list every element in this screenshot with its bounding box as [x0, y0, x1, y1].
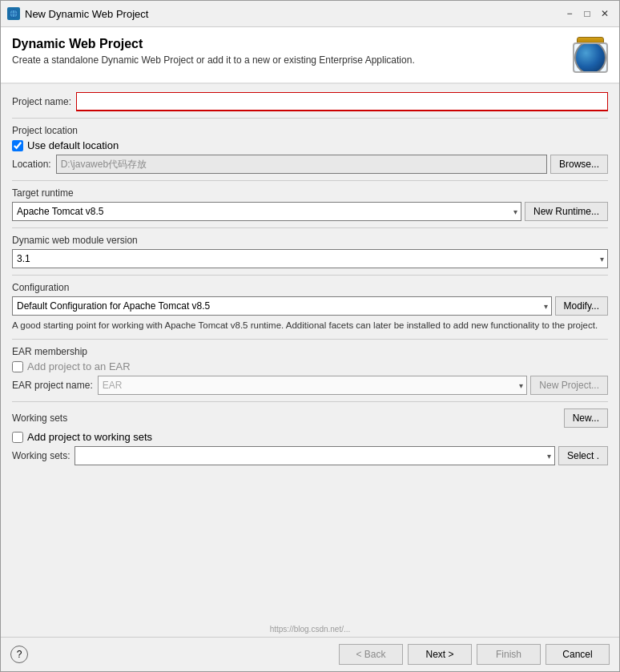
new-runtime-button[interactable]: New Runtime... — [525, 202, 608, 221]
module-version-group: Dynamic web module version 3.1 — [12, 235, 608, 268]
target-runtime-select-wrapper: Apache Tomcat v8.5 — [12, 202, 521, 221]
new-project-button[interactable]: New Project... — [530, 376, 608, 395]
globe-icon — [574, 42, 606, 73]
header-icon — [573, 37, 608, 73]
divider-6 — [12, 401, 608, 402]
header-section: Dynamic Web Project Create a standalone … — [1, 27, 619, 84]
add-to-ear-checkbox[interactable] — [12, 361, 23, 372]
project-location-group: Project location Use default location Lo… — [12, 125, 608, 174]
project-name-label: Project name: — [12, 96, 71, 107]
configuration-select[interactable]: Default Configuration for Apache Tomcat … — [12, 296, 552, 316]
target-runtime-row: Apache Tomcat v8.5 New Runtime... — [12, 202, 608, 221]
configuration-group: Configuration Default Configuration for … — [12, 282, 608, 332]
maximize-button[interactable]: □ — [579, 6, 595, 22]
location-label: Location: — [12, 159, 51, 170]
watermark: https://blog.csdn.net/... — [1, 623, 619, 637]
back-button[interactable]: < Back — [339, 644, 403, 665]
configuration-label: Configuration — [12, 282, 608, 293]
browse-button[interactable]: Browse... — [550, 155, 608, 174]
help-button[interactable]: ? — [10, 646, 28, 663]
ear-project-name-label: EAR project name: — [12, 380, 93, 391]
dialog-content: Dynamic Web Project Create a standalone … — [1, 27, 619, 671]
title-bar: New Dynamic Web Project − □ ✕ — [1, 1, 619, 27]
configuration-row: Default Configuration for Apache Tomcat … — [12, 296, 608, 316]
jar-body-icon — [573, 42, 608, 73]
location-input[interactable] — [56, 155, 547, 174]
add-to-working-sets-row: Add project to working sets — [12, 431, 608, 443]
project-name-input[interactable] — [76, 92, 608, 111]
use-default-location-row: Use default location — [12, 139, 608, 151]
configuration-description: A good starting point for working with A… — [12, 319, 608, 332]
working-sets-select-wrapper — [74, 446, 555, 465]
minimize-button[interactable]: − — [562, 6, 578, 22]
add-to-working-sets-checkbox[interactable] — [12, 432, 23, 443]
footer-left: ? — [10, 646, 28, 663]
new-working-set-button[interactable]: New... — [564, 408, 608, 428]
configuration-select-wrapper: Default Configuration for Apache Tomcat … — [12, 296, 552, 316]
dialog-description: Create a standalone Dynamic Web Project … — [12, 54, 415, 66]
form-area: Project name: Project location Use defau… — [1, 84, 619, 623]
header-text: Dynamic Web Project Create a standalone … — [12, 37, 415, 66]
working-sets-value-row: Working sets: Select . — [12, 446, 608, 465]
module-version-select-wrapper: 3.1 — [12, 249, 608, 268]
module-version-label: Dynamic web module version — [12, 235, 608, 246]
target-runtime-select[interactable]: Apache Tomcat v8.5 — [12, 202, 521, 221]
window-title: New Dynamic Web Project — [25, 8, 557, 20]
main-window: New Dynamic Web Project − □ ✕ Dynamic We… — [0, 0, 620, 672]
ear-membership-group: EAR membership Add project to an EAR EAR… — [12, 346, 608, 395]
use-default-location-checkbox[interactable] — [12, 140, 23, 151]
location-row: Location: Browse... — [12, 155, 608, 174]
divider-4 — [12, 275, 608, 276]
footer: ? < Back Next > Finish Cancel — [1, 637, 619, 671]
target-runtime-label: Target runtime — [12, 187, 608, 199]
project-location-label: Project location — [12, 125, 608, 136]
window-icon — [7, 7, 20, 20]
finish-button[interactable]: Finish — [477, 644, 541, 665]
cancel-button[interactable]: Cancel — [546, 644, 610, 665]
window-controls: − □ ✕ — [562, 6, 613, 22]
divider-1 — [12, 118, 608, 119]
working-sets-select[interactable] — [74, 446, 555, 465]
next-button[interactable]: Next > — [408, 644, 472, 665]
close-button[interactable]: ✕ — [597, 6, 613, 22]
add-to-ear-label: Add project to an EAR — [27, 360, 131, 372]
footer-buttons: < Back Next > Finish Cancel — [339, 644, 610, 665]
working-sets-group: Working sets New... Add project to worki… — [12, 408, 608, 465]
project-name-row: Project name: — [12, 92, 608, 111]
divider-5 — [12, 339, 608, 340]
select-working-set-button[interactable]: Select . — [558, 446, 608, 465]
ear-project-select[interactable]: EAR — [98, 376, 528, 395]
working-sets-label: Working sets — [12, 412, 67, 424]
add-to-working-sets-label: Add project to working sets — [27, 431, 152, 443]
ear-membership-label: EAR membership — [12, 346, 608, 357]
target-runtime-group: Target runtime Apache Tomcat v8.5 New Ru… — [12, 187, 608, 221]
divider-3 — [12, 227, 608, 228]
modify-button[interactable]: Modify... — [555, 296, 608, 316]
module-version-select[interactable]: 3.1 — [12, 249, 608, 268]
use-default-location-label: Use default location — [27, 139, 119, 151]
ear-project-name-row: EAR project name: EAR New Project... — [12, 376, 608, 395]
project-name-group: Project name: — [12, 92, 608, 111]
working-sets-field-label: Working sets: — [12, 450, 70, 461]
ear-project-select-wrapper: EAR — [98, 376, 528, 395]
divider-2 — [12, 180, 608, 181]
add-to-ear-row: Add project to an EAR — [12, 360, 608, 372]
dialog-title: Dynamic Web Project — [12, 37, 415, 51]
